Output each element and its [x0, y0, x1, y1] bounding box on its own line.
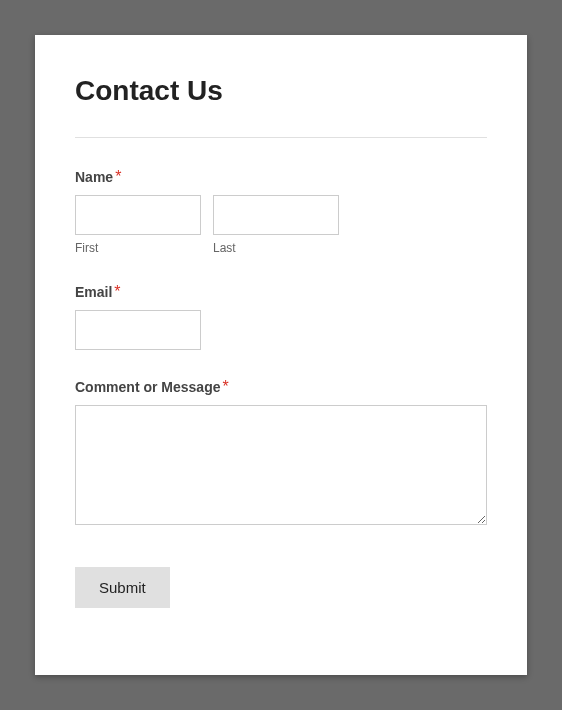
- email-input[interactable]: [75, 310, 201, 350]
- email-label: Email: [75, 284, 112, 300]
- first-name-sublabel: First: [75, 241, 201, 255]
- name-input-row: First Last: [75, 195, 487, 255]
- last-name-input[interactable]: [213, 195, 339, 235]
- name-field-group: Name* First Last: [75, 168, 487, 255]
- last-name-sublabel: Last: [213, 241, 339, 255]
- divider: [75, 137, 487, 138]
- name-label: Name: [75, 169, 113, 185]
- email-required-marker: *: [114, 283, 120, 300]
- message-label: Comment or Message: [75, 379, 220, 395]
- message-required-marker: *: [222, 378, 228, 395]
- page-title: Contact Us: [75, 75, 487, 107]
- first-name-column: First: [75, 195, 201, 255]
- last-name-column: Last: [213, 195, 339, 255]
- contact-form-card: Contact Us Name* First Last Email* Comme…: [35, 35, 527, 675]
- submit-button[interactable]: Submit: [75, 567, 170, 608]
- message-field-group: Comment or Message*: [75, 378, 487, 529]
- first-name-input[interactable]: [75, 195, 201, 235]
- message-textarea[interactable]: [75, 405, 487, 525]
- email-field-group: Email*: [75, 283, 487, 350]
- name-required-marker: *: [115, 168, 121, 185]
